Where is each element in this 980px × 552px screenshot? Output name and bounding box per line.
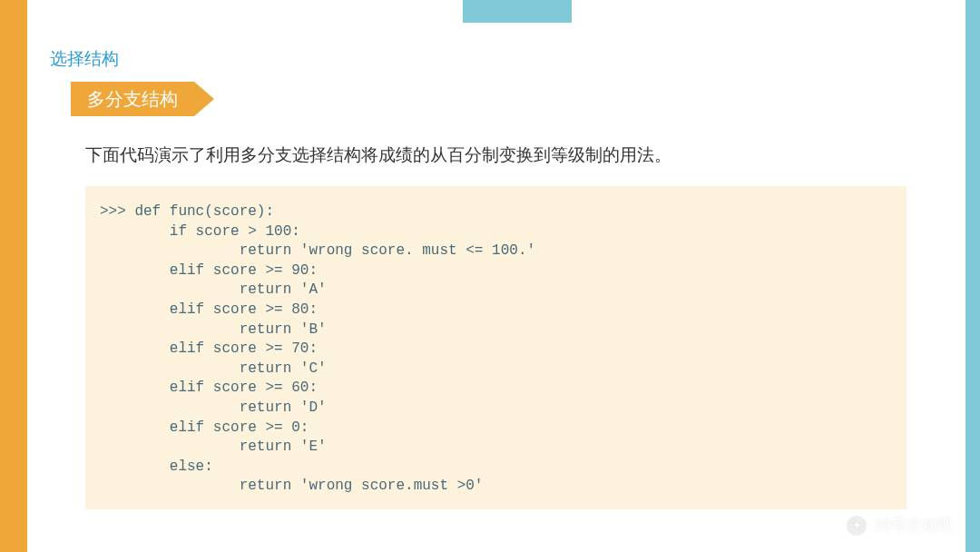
left-border-decor — [0, 0, 27, 552]
top-decor-block — [463, 0, 572, 23]
watermark: ✦ 29号造物吧 — [847, 515, 953, 536]
banner-text: 多分支结构 — [87, 87, 178, 112]
watermark-text: 29号造物吧 — [874, 515, 953, 536]
code-block: >>> def func(score): if score > 100: ret… — [85, 186, 906, 509]
section-title: 选择结构 — [50, 47, 119, 71]
right-border-decor — [965, 0, 980, 552]
banner-arrow-icon — [194, 82, 214, 116]
wechat-icon: ✦ — [847, 516, 867, 536]
description-text: 下面代码演示了利用多分支选择结构将成绩的从百分制变换到等级制的用法。 — [85, 143, 671, 167]
banner: 多分支结构 — [71, 82, 194, 116]
